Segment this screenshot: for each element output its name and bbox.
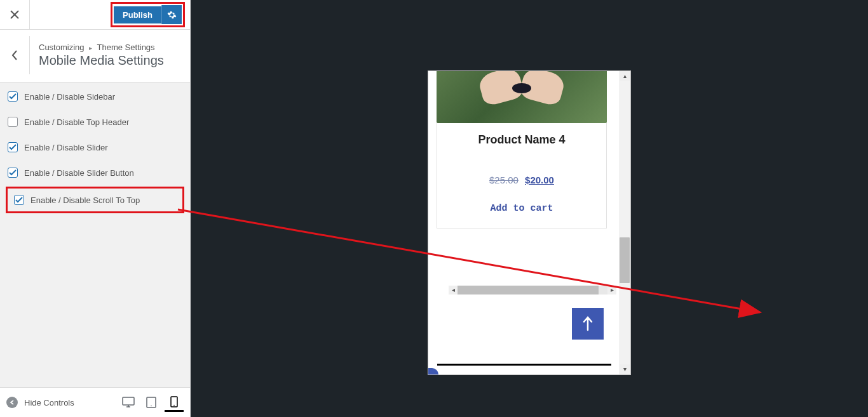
- price-new: $20.00: [525, 175, 554, 185]
- option-label: Enable / Disable Scroll To Top: [31, 195, 140, 205]
- header-text: Customizing ▸ Theme Settings Mobile Medi…: [39, 43, 164, 68]
- svg-point-4: [173, 404, 175, 406]
- check-icon: [9, 93, 17, 100]
- product-price: $25.00 $20.00: [442, 175, 601, 185]
- checkbox[interactable]: [8, 168, 18, 178]
- option-row[interactable]: Enable / Disable Top Header: [8, 117, 182, 127]
- svg-point-2: [151, 406, 152, 407]
- option-row[interactable]: Enable / Disable Scroll To Top: [6, 187, 184, 213]
- scroll-to-top-button[interactable]: [572, 308, 604, 340]
- checkbox[interactable]: [8, 91, 18, 102]
- option-label: Enable / Disable Sidebar: [24, 92, 115, 102]
- customizer-sidebar: Publish Customizing ▸ Theme Settings Mob…: [0, 0, 191, 417]
- scroll-thumb[interactable]: [620, 237, 630, 283]
- product-card: Product Name 4 $25.00 $20.00 Add to cart: [437, 123, 607, 228]
- arrow-up-icon: [583, 316, 593, 331]
- hide-controls-button[interactable]: Hide Controls: [6, 397, 74, 408]
- preview-area: Product Name 4 $25.00 $20.00 Add to cart…: [191, 0, 868, 417]
- sidebar-top-bar: Publish: [0, 0, 190, 30]
- device-switcher: [119, 393, 184, 412]
- crumb-leaf: Theme Settings: [97, 43, 155, 52]
- vertical-scrollbar[interactable]: ▴ ▾: [619, 71, 630, 374]
- option-label: Enable / Disable Slider Button: [24, 168, 134, 178]
- add-to-cart-button[interactable]: Add to cart: [442, 203, 601, 214]
- product-name[interactable]: Product Name 4: [442, 133, 601, 147]
- collapse-icon: [6, 397, 18, 408]
- hide-controls-label: Hide Controls: [24, 398, 74, 407]
- check-icon: [9, 144, 17, 150]
- preview-content[interactable]: Product Name 4 $25.00 $20.00 Add to cart…: [428, 71, 630, 374]
- option-row[interactable]: Enable / Disable Sidebar: [8, 91, 182, 102]
- controls-list: Enable / Disable SidebarEnable / Disable…: [0, 83, 190, 216]
- mobile-preview-frame: Product Name 4 $25.00 $20.00 Add to cart…: [428, 70, 631, 375]
- option-row[interactable]: Enable / Disable Slider Button: [8, 168, 182, 178]
- close-icon: [10, 10, 19, 19]
- footer-divider: [437, 364, 611, 366]
- checkbox[interactable]: [14, 195, 24, 205]
- scroll-right-arrow[interactable]: ▸: [607, 286, 616, 295]
- price-old: $25.00: [489, 175, 519, 185]
- checkbox[interactable]: [8, 142, 18, 152]
- chevron-right-icon: ▸: [89, 44, 92, 51]
- publish-highlight-box: Publish: [111, 2, 185, 27]
- mobile-icon: [170, 396, 178, 407]
- scroll-down-arrow[interactable]: ▾: [620, 364, 630, 374]
- svg-rect-0: [123, 397, 134, 405]
- desktop-icon: [122, 397, 135, 408]
- corner-accent: [428, 368, 438, 374]
- horizontal-scrollbar[interactable]: ◂ ▸: [449, 286, 616, 295]
- option-label: Enable / Disable Slider: [24, 143, 108, 152]
- product-image: [437, 71, 607, 123]
- publish-button[interactable]: Publish: [114, 6, 161, 23]
- check-icon: [15, 197, 23, 203]
- checkbox[interactable]: [8, 117, 18, 127]
- page-title: Mobile Media Settings: [39, 53, 164, 68]
- back-button[interactable]: [0, 36, 30, 74]
- device-mobile-button[interactable]: [165, 393, 184, 412]
- sidebar-footer: Hide Controls: [0, 387, 190, 417]
- option-row[interactable]: Enable / Disable Slider: [8, 142, 182, 152]
- sidebar-header: Customizing ▸ Theme Settings Mobile Medi…: [0, 30, 190, 83]
- breadcrumb: Customizing ▸ Theme Settings: [39, 43, 164, 52]
- close-customizer-button[interactable]: [0, 0, 30, 30]
- check-icon: [9, 169, 17, 176]
- device-desktop-button[interactable]: [119, 393, 138, 412]
- tablet-icon: [146, 397, 156, 408]
- crumb-root: Customizing: [39, 43, 85, 52]
- scroll-up-arrow[interactable]: ▴: [620, 71, 630, 81]
- device-tablet-button[interactable]: [142, 393, 161, 412]
- option-label: Enable / Disable Top Header: [24, 117, 129, 127]
- chevron-left-icon: [11, 50, 18, 60]
- scroll-track[interactable]: [458, 286, 599, 295]
- scroll-left-arrow[interactable]: ◂: [449, 286, 458, 295]
- gear-icon: [167, 10, 177, 20]
- publish-settings-button[interactable]: [161, 5, 182, 24]
